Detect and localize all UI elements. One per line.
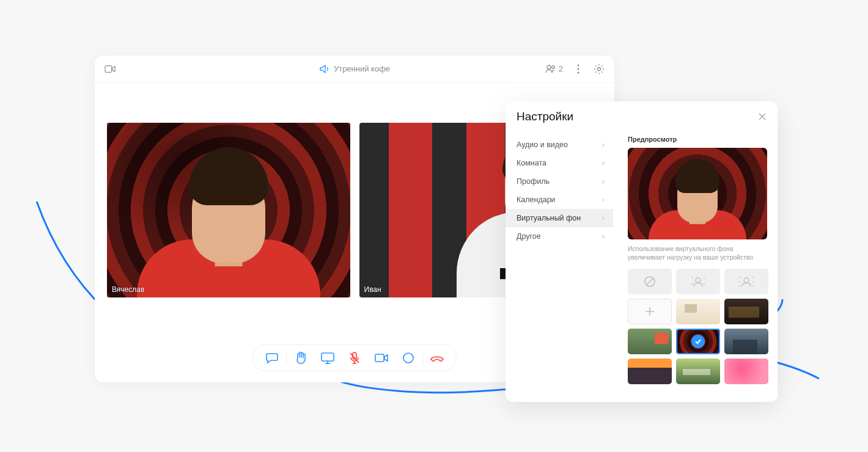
microphone-button[interactable] bbox=[342, 347, 367, 369]
settings-item-virtual-background[interactable]: Виртуальный фон› bbox=[506, 209, 613, 227]
participants-count: 2 bbox=[559, 64, 563, 73]
participant-tile[interactable]: Вячеслав bbox=[107, 123, 350, 297]
svg-point-1 bbox=[547, 65, 551, 69]
participants-button[interactable]: 2 bbox=[545, 64, 563, 75]
blur-strong-icon bbox=[738, 275, 754, 288]
participant-name: Вячеслав bbox=[112, 285, 144, 294]
svg-point-15 bbox=[691, 277, 693, 279]
background-option-blur-strong[interactable] bbox=[724, 269, 768, 294]
camera-button[interactable] bbox=[369, 347, 394, 369]
background-note: Использование виртуального фона увеличив… bbox=[628, 244, 767, 261]
settings-button[interactable] bbox=[594, 64, 605, 75]
svg-point-4 bbox=[578, 68, 579, 70]
svg-point-5 bbox=[578, 71, 579, 73]
chevron-right-icon: › bbox=[602, 232, 605, 241]
background-option-interior-light[interactable] bbox=[676, 299, 720, 324]
svg-point-21 bbox=[752, 277, 754, 278]
svg-point-22 bbox=[739, 281, 740, 282]
chevron-right-icon: › bbox=[602, 195, 605, 204]
settings-item-audio-video[interactable]: Аудио и видео› bbox=[506, 136, 613, 154]
preview-label: Предпросмотр bbox=[628, 136, 768, 143]
svg-point-16 bbox=[704, 277, 705, 279]
svg-point-11 bbox=[403, 353, 413, 363]
background-option-sunset[interactable] bbox=[628, 359, 672, 384]
svg-point-6 bbox=[598, 67, 601, 70]
toolbar-separator bbox=[286, 351, 287, 365]
call-header: Утренний кофе 2 bbox=[95, 56, 614, 82]
svg-point-25 bbox=[752, 285, 754, 286]
chevron-right-icon: › bbox=[602, 177, 605, 186]
megaphone-icon bbox=[319, 64, 330, 75]
background-grid bbox=[628, 269, 768, 384]
svg-rect-10 bbox=[375, 354, 384, 362]
chat-button[interactable] bbox=[259, 347, 285, 369]
settings-panel: Настройки Аудио и видео› Комната› Профил… bbox=[506, 101, 778, 402]
blur-light-icon bbox=[690, 275, 706, 288]
toolbar-separator bbox=[422, 351, 423, 365]
background-option-interior-dark[interactable] bbox=[724, 299, 768, 324]
background-option-pink-clouds[interactable] bbox=[724, 359, 768, 384]
settings-content: Предпросмотр Использование виртуального … bbox=[628, 136, 768, 393]
svg-rect-0 bbox=[105, 65, 112, 72]
settings-item-calendars[interactable]: Календари› bbox=[506, 191, 613, 209]
camera-indicator-icon bbox=[105, 64, 116, 75]
settings-item-profile[interactable]: Профиль› bbox=[506, 172, 613, 191]
check-icon bbox=[691, 335, 705, 348]
call-title: Утренний кофе bbox=[334, 64, 390, 73]
people-icon bbox=[545, 64, 556, 75]
background-option-add[interactable] bbox=[628, 299, 672, 324]
record-button[interactable] bbox=[395, 347, 421, 369]
svg-point-20 bbox=[739, 277, 740, 278]
settings-item-other[interactable]: Другое› bbox=[506, 227, 613, 246]
more-options-button[interactable] bbox=[573, 64, 584, 75]
svg-line-13 bbox=[646, 278, 653, 285]
svg-rect-7 bbox=[322, 353, 334, 361]
settings-title: Настройки bbox=[517, 110, 573, 123]
settings-item-room[interactable]: Комната› bbox=[506, 154, 613, 172]
call-toolbar bbox=[252, 344, 457, 371]
chevron-right-icon: › bbox=[602, 159, 605, 167]
chevron-right-icon: › bbox=[602, 214, 605, 222]
svg-point-18 bbox=[704, 283, 705, 285]
background-preview bbox=[628, 148, 767, 239]
settings-sidebar: Аудио и видео› Комната› Профиль› Календа… bbox=[506, 136, 613, 246]
participant-name: Иван bbox=[364, 285, 381, 294]
raise-hand-button[interactable] bbox=[288, 347, 314, 369]
svg-point-23 bbox=[752, 281, 754, 282]
close-button[interactable] bbox=[756, 110, 769, 123]
share-screen-button[interactable] bbox=[315, 347, 340, 369]
background-option-carpet[interactable] bbox=[676, 329, 720, 354]
svg-point-14 bbox=[696, 278, 701, 283]
svg-point-3 bbox=[578, 64, 579, 66]
svg-point-2 bbox=[551, 65, 554, 68]
background-option-stadium[interactable] bbox=[676, 359, 720, 384]
background-option-nature-green[interactable] bbox=[628, 329, 672, 354]
svg-point-24 bbox=[739, 285, 740, 286]
svg-point-17 bbox=[691, 283, 693, 285]
chevron-right-icon: › bbox=[602, 140, 605, 149]
hang-up-button[interactable] bbox=[424, 347, 450, 369]
background-option-none[interactable] bbox=[628, 269, 672, 294]
none-icon bbox=[643, 275, 657, 288]
background-option-city-skyline[interactable] bbox=[724, 329, 768, 354]
svg-point-19 bbox=[744, 278, 749, 283]
plus-icon bbox=[644, 306, 655, 317]
background-option-blur-light[interactable] bbox=[676, 269, 720, 294]
